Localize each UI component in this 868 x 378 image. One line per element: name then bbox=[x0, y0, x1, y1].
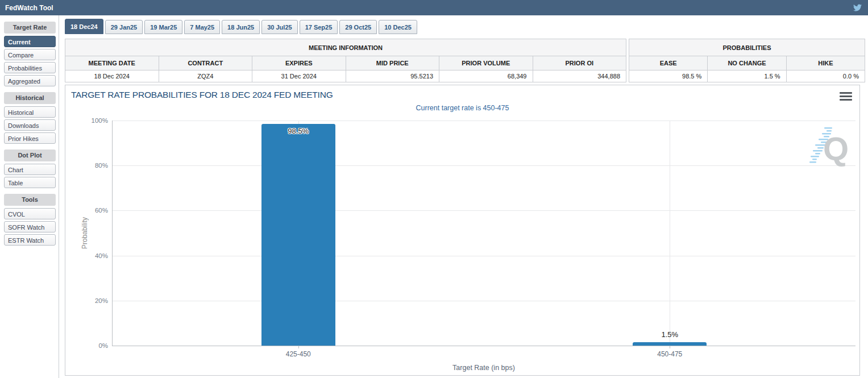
bar-value-label: 98.5% bbox=[288, 127, 309, 135]
y-tick-label: 60% bbox=[95, 207, 108, 214]
sidebar-item-compare[interactable]: Compare bbox=[4, 49, 56, 60]
chart-title: TARGET RATE PROBABILITIES FOR 18 DEC 202… bbox=[71, 90, 333, 100]
quikstrike-q-watermark-icon: Q bbox=[809, 122, 850, 171]
column-header-mid-price: MID PRICE bbox=[346, 56, 439, 70]
sidebar-section-dot-plot: Dot Plot bbox=[4, 149, 56, 161]
cell-mid-price: 95.5213 bbox=[346, 70, 439, 82]
sidebar-section-tools: Tools bbox=[4, 194, 56, 206]
gridline bbox=[113, 301, 855, 301]
tab-29-jan25[interactable]: 29 Jan25 bbox=[105, 20, 143, 34]
plot-area: 0%20%40%60%80%100%98.5%425-4501.5%450-47… bbox=[112, 121, 855, 346]
cell-prior-oi: 344,888 bbox=[533, 70, 626, 82]
tab-18-dec24[interactable]: 18 Dec24 bbox=[65, 19, 103, 34]
cell-hike: 0.0 % bbox=[786, 70, 865, 82]
column-header-no-change: NO CHANGE bbox=[708, 56, 786, 70]
sidebar-item-downloads[interactable]: Downloads bbox=[4, 119, 56, 131]
cell-no-change: 1.5 % bbox=[708, 70, 786, 82]
x-tick-label: 450-475 bbox=[657, 350, 682, 358]
gridline bbox=[670, 121, 670, 346]
gridline bbox=[113, 121, 855, 121]
sidebar-item-prior-hikes[interactable]: Prior Hikes bbox=[4, 132, 56, 144]
column-header-contract: CONTRACT bbox=[159, 56, 252, 70]
twitter-icon[interactable] bbox=[853, 3, 862, 12]
app-title: FedWatch Tool bbox=[5, 4, 53, 12]
cell-meeting-date: 18 Dec 2024 bbox=[65, 70, 159, 82]
sidebar-item-cvol[interactable]: CVOL bbox=[4, 208, 56, 219]
tab-18-jun25[interactable]: 18 Jun25 bbox=[222, 20, 260, 34]
column-header-prior-oi: PRIOR OI bbox=[533, 56, 626, 70]
tab-10-dec25[interactable]: 10 Dec25 bbox=[379, 20, 417, 34]
cell-contract: ZQZ4 bbox=[159, 70, 252, 82]
x-tick-mark bbox=[670, 346, 670, 348]
x-tick-label: 425-450 bbox=[286, 350, 311, 358]
column-header-expires: EXPIRES bbox=[252, 56, 346, 70]
gridline bbox=[113, 256, 855, 256]
sidebar-item-sofr-watch[interactable]: SOFR Watch bbox=[4, 221, 56, 232]
y-tick-label: 20% bbox=[95, 297, 108, 304]
column-header-ease: EASE bbox=[629, 56, 708, 70]
probabilities-table: PROBABILITIESEASENO CHANGEHIKE98.5 %1.5 … bbox=[629, 39, 865, 82]
sidebar-item-table[interactable]: Table bbox=[4, 177, 56, 188]
bar-value-label: 1.5% bbox=[661, 330, 678, 339]
hamburger-menu-icon[interactable] bbox=[840, 92, 852, 102]
sidebar: Target RateCurrentCompareProbabilitiesAg… bbox=[0, 15, 59, 378]
info-tables-row: MEETING INFORMATIONMEETING DATECONTRACTE… bbox=[65, 39, 868, 82]
cell-expires: 31 Dec 2024 bbox=[252, 70, 346, 82]
sidebar-section-historical: Historical bbox=[4, 92, 56, 104]
column-header-hike: HIKE bbox=[786, 56, 865, 70]
meeting-date-tabbar: 18 Dec2429 Jan2519 Mar257 May2518 Jun253… bbox=[65, 19, 868, 34]
chart-panel: TARGET RATE PROBABILITIES FOR 18 DEC 202… bbox=[65, 85, 860, 376]
cell-ease: 98.5 % bbox=[629, 70, 708, 82]
sidebar-item-estr-watch[interactable]: ESTR Watch bbox=[4, 234, 56, 246]
sidebar-item-chart[interactable]: Chart bbox=[4, 164, 56, 175]
x-axis-title: Target Rate (in bps) bbox=[112, 364, 855, 372]
gridline bbox=[113, 210, 855, 211]
tab-29-oct25[interactable]: 29 Oct25 bbox=[339, 20, 377, 34]
tab-30-jul25[interactable]: 30 Jul25 bbox=[261, 20, 297, 34]
sidebar-item-historical[interactable]: Historical bbox=[4, 106, 56, 118]
sidebar-item-aggregated[interactable]: Aggregated bbox=[4, 75, 56, 86]
sidebar-section-target-rate: Target Rate bbox=[4, 22, 56, 34]
column-header-meeting-date: MEETING DATE bbox=[65, 56, 159, 70]
y-tick-label: 40% bbox=[95, 252, 108, 259]
column-header-prior-volume: PRIOR VOLUME bbox=[439, 56, 533, 70]
table-caption: MEETING INFORMATION bbox=[65, 39, 626, 56]
tab-17-sep25[interactable]: 17 Sep25 bbox=[300, 20, 338, 34]
y-tick-label: 0% bbox=[98, 342, 108, 349]
tab-7-may25[interactable]: 7 May25 bbox=[184, 20, 220, 34]
main-content: 18 Dec2429 Jan2519 Mar257 May2518 Jun253… bbox=[59, 15, 868, 378]
sidebar-item-probabilities[interactable]: Probabilities bbox=[4, 62, 56, 73]
sidebar-item-current[interactable]: Current bbox=[4, 36, 56, 47]
y-tick-label: 80% bbox=[95, 162, 108, 169]
gridline bbox=[113, 165, 855, 166]
y-tick-label: 100% bbox=[92, 117, 108, 124]
bar-450-475[interactable] bbox=[633, 342, 707, 346]
meeting-information-table: MEETING INFORMATIONMEETING DATECONTRACTE… bbox=[65, 39, 626, 82]
top-header-bar: FedWatch Tool bbox=[0, 0, 868, 15]
chart-subtitle: Current target rate is 450-475 bbox=[65, 104, 859, 112]
cell-prior-volume: 68,349 bbox=[439, 70, 533, 82]
y-axis-title: Probability bbox=[81, 217, 89, 249]
tab-19-mar25[interactable]: 19 Mar25 bbox=[144, 20, 182, 34]
bar-425-450[interactable] bbox=[261, 124, 335, 346]
x-tick-mark bbox=[298, 346, 299, 348]
table-caption: PROBABILITIES bbox=[629, 39, 865, 56]
svg-text:Q: Q bbox=[823, 130, 849, 167]
